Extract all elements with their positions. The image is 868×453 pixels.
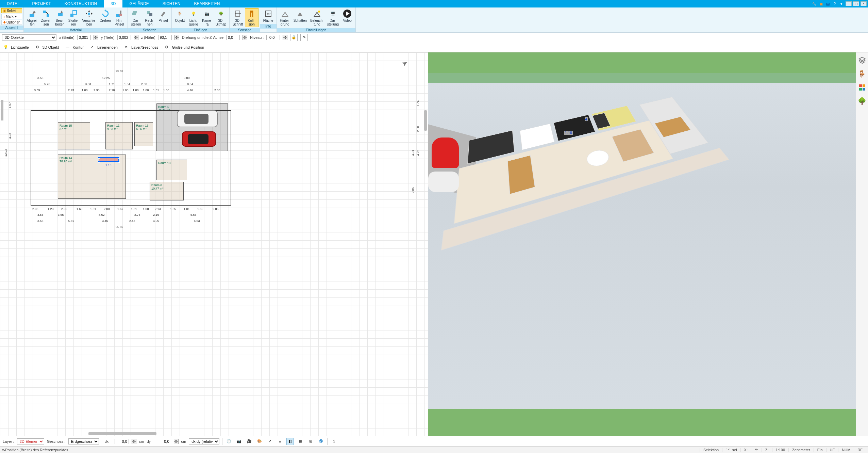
hscroll-2d[interactable] — [88, 432, 156, 435]
darstellen-button[interactable]: Dar- stellen — [129, 8, 143, 27]
y-spinner[interactable]: ▲▼ — [134, 35, 138, 40]
rt-layers-icon[interactable] — [858, 56, 867, 65]
menu-tab-sichten[interactable]: SICHTEN — [156, 0, 187, 7]
geschoss-select[interactable]: Erdgeschoss — [68, 438, 99, 444]
mi-up-icon[interactable]: ↗ — [266, 438, 273, 445]
close-button[interactable]: × — [861, 1, 867, 6]
mi-colors-icon[interactable]: 🎨 — [256, 438, 263, 445]
menu-tab-3d[interactable]: 3D — [104, 0, 122, 7]
view-2d[interactable]: ➤ 25.07 3.55 12.25 9.00 5.78 3.83 1.71 1… — [0, 52, 428, 436]
opt-linienenden[interactable]: ↗Linienenden — [89, 44, 118, 50]
dim-r-1: 2.50 — [416, 126, 420, 132]
rechnen-button[interactable]: Rech- nen — [143, 8, 156, 27]
z-input[interactable] — [158, 35, 172, 40]
minimize-button[interactable]: – — [846, 1, 852, 6]
hinpinsel-button[interactable]: Hin. Pinsel — [113, 8, 126, 27]
mark-button[interactable]: ⬥Mark.▾ — [1, 14, 22, 19]
niveau-input[interactable] — [266, 35, 280, 40]
menu-tab-datei[interactable]: DATEI — [0, 0, 25, 7]
skalieren-button[interactable]: Skalie- ren — [67, 8, 81, 27]
dy-input[interactable] — [157, 439, 171, 444]
layers-icon[interactable]: ▣ — [818, 1, 824, 6]
dim-t2-5: 8.04 — [187, 82, 193, 86]
tool-icon[interactable]: 🔧 — [812, 1, 817, 6]
abgreifen-button[interactable]: Abgrei- fen — [25, 8, 39, 27]
mi-camera-icon[interactable]: 📷 — [235, 438, 243, 445]
object-type-select[interactable]: 3D-Objekte — [2, 34, 56, 41]
mi-grid2-icon[interactable]: ⊞ — [307, 438, 314, 445]
verschieben-button[interactable]: Verschie- ben — [80, 8, 98, 27]
menu-tab-konstruktion[interactable]: KONSTRUKTION — [58, 0, 104, 7]
kollision-button[interactable]: Kolli- sion — [245, 8, 258, 27]
status-selektion: Selektion — [700, 448, 722, 452]
geschoss-label: Geschoss : — [47, 439, 66, 443]
svg-rect-7 — [116, 14, 120, 17]
rt-furniture-icon[interactable]: 🪑 — [858, 69, 867, 78]
rot-spinner[interactable]: ▲▼ — [243, 35, 247, 40]
rt-tree-icon[interactable]: 🌳 — [858, 97, 867, 106]
opt-3d-objekt[interactable]: ⚙3D Objekt — [34, 44, 59, 50]
group-label-material: Material — [24, 28, 128, 32]
opt-lichtquelle[interactable]: 💡Lichtquelle — [3, 44, 29, 50]
opt-kontur[interactable]: ―Kontur — [65, 44, 84, 50]
selection-box[interactable] — [99, 157, 119, 162]
x-input[interactable] — [77, 35, 91, 40]
3dschnitt-button[interactable]: 3D- Schnitt — [231, 8, 245, 27]
dim-b1-4: 1.51 — [90, 207, 96, 211]
maximize-button[interactable]: ▢ — [853, 1, 859, 6]
mi-info-icon[interactable]: ℹ — [330, 438, 338, 445]
lock-icon[interactable]: 🔒 — [290, 34, 298, 41]
mi-cube-icon[interactable]: ◧ — [286, 438, 294, 445]
zuweisen-button[interactable]: Zuwei- sen — [39, 8, 53, 27]
dx-spinner[interactable]: ▲▼ — [132, 439, 136, 444]
optionen-button[interactable]: ✚Optionen — [1, 20, 22, 25]
workspace: ➤ 25.07 3.55 12.25 9.00 5.78 3.83 1.71 1… — [0, 52, 868, 436]
niveau-spinner[interactable]: ▲▼ — [283, 35, 287, 40]
ribbon-group-material: Abgrei- fen Zuwei- sen Bear- beiten Skal… — [24, 7, 128, 32]
insert-objekt-button[interactable]: 🪑Objekt — [173, 8, 187, 27]
menu-tab-bearbeiten[interactable]: BEARBEITEN — [187, 0, 227, 7]
dropdown-icon[interactable]: ▾ — [839, 1, 844, 6]
insert-kamera-button[interactable]: 📷Kame- ra — [200, 8, 214, 27]
menu-tab-projekt[interactable]: PROJEKT — [25, 0, 57, 7]
beleuchtung-button[interactable]: Beleuch- tung — [308, 8, 325, 27]
settings-darstellung-button[interactable]: 🖥️Dar- stellung — [326, 8, 340, 27]
mi-n-icon[interactable]: Ⓝ — [317, 438, 324, 445]
z-spinner[interactable]: ▲▼ — [174, 35, 179, 40]
flaeche-button[interactable]: m²Fläche — [262, 8, 275, 23]
bearbeiten-button[interactable]: Bear- beiten — [53, 8, 67, 27]
y-input[interactable] — [117, 35, 131, 40]
video-button[interactable]: Video — [340, 8, 354, 27]
ribbon-group-einfuegen: 🪑Objekt 💡Licht- quelle 📷Kame- ra 🌳3D- Bi… — [172, 7, 230, 32]
hintergrund-button[interactable]: Hinter- grund — [278, 8, 292, 27]
layer-select[interactable]: 2D-Element — [17, 438, 44, 444]
dy-unit: cm — [181, 439, 186, 443]
dy-spinner[interactable]: ▲▼ — [174, 439, 179, 444]
drehen-button[interactable]: Drehen — [98, 8, 113, 27]
mi-video-icon[interactable]: 🎥 — [246, 438, 253, 445]
rot-input[interactable] — [226, 35, 240, 40]
dim-t3-8: 1.51 — [153, 88, 159, 92]
svg-rect-20 — [859, 84, 862, 87]
settings-schatten-button[interactable]: Schatten — [292, 8, 308, 27]
opt-groesse-position[interactable]: ⚙Größe und Position — [164, 44, 204, 50]
help-icon[interactable]: ? — [832, 1, 837, 6]
schatten-pinsel-button[interactable]: Pinsel — [156, 8, 170, 27]
edit-icon[interactable]: ✎ — [300, 34, 308, 41]
selekt-button[interactable]: ▣Selekt — [1, 8, 22, 13]
mi-grid-icon[interactable]: ▦ — [297, 438, 304, 445]
insert-3dbitmap-button[interactable]: 🌳3D- Bitmap — [214, 8, 228, 27]
rt-colors-icon[interactable] — [858, 83, 867, 92]
menu-tab-gelaende[interactable]: GELÄNDE — [122, 0, 155, 7]
dy-label: dy = — [147, 439, 154, 443]
dx-input[interactable] — [115, 439, 129, 444]
insert-licht-button[interactable]: 💡Licht- quelle — [187, 8, 200, 27]
file-icon[interactable]: ▤ — [825, 1, 831, 6]
view-3d[interactable]: 1.16 4 — [428, 52, 856, 436]
opt-layer-geschoss[interactable]: ≋Layer/Geschoss — [123, 44, 158, 50]
mi-clock-icon[interactable]: 🕐 — [225, 438, 233, 445]
rel-select[interactable]: dx,dy (relativ ka — [189, 438, 219, 444]
x-spinner[interactable]: ▲▼ — [94, 35, 98, 40]
mi-layers-icon[interactable]: ≡ — [276, 438, 284, 445]
vscroll-2d[interactable] — [424, 110, 427, 131]
